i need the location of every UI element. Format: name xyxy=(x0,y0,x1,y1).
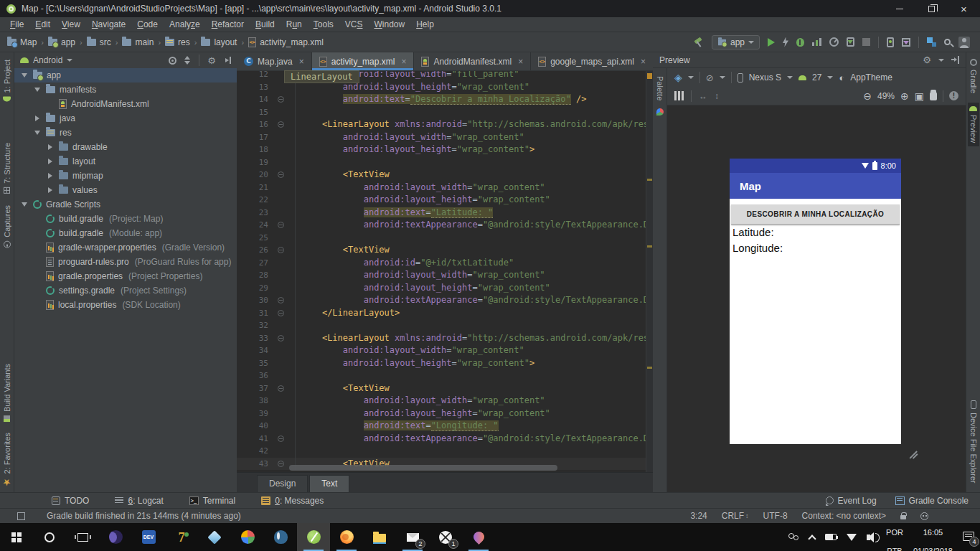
editor-tab-google-maps-api-xml[interactable]: google_maps_api.xml× xyxy=(531,52,654,70)
fold-end-marker[interactable] xyxy=(278,222,284,228)
layers-icon[interactable]: ◈ xyxy=(674,72,682,83)
project-view-selector[interactable]: Android xyxy=(33,55,62,65)
palette-tab[interactable]: Palette xyxy=(653,68,667,492)
fold-end-marker[interactable] xyxy=(278,310,284,316)
no-orientation-icon[interactable]: ⊘ xyxy=(706,73,714,83)
tool-stripe-device-file-explorer[interactable]: Device File Explorer xyxy=(968,397,979,486)
code-line[interactable]: 17 android:layout_width="wrap_content" xyxy=(237,131,646,144)
tool-window-button-6-logcat[interactable]: 6: Logcat xyxy=(115,496,163,506)
tree-item-build-gradle[interactable]: build.gradle(Project: Map) xyxy=(14,212,237,226)
tab-text[interactable]: Text xyxy=(309,475,349,492)
menu-file[interactable]: File xyxy=(4,18,29,31)
tree-item-app[interactable]: app xyxy=(14,68,237,83)
taskbar-file-explorer-button[interactable] xyxy=(363,523,396,551)
sdk-manager-icon[interactable] xyxy=(902,38,910,47)
code-line[interactable]: 16 <LinearLayout xmlns:android="http://s… xyxy=(237,118,646,131)
close-button[interactable]: × xyxy=(948,0,980,17)
tree-item-build-gradle[interactable]: build.gradle(Module: app) xyxy=(14,226,237,240)
code-line[interactable]: 24 android:textAppearance="@android:styl… xyxy=(237,219,646,232)
tool-window-button-terminal[interactable]: Terminal xyxy=(189,496,235,506)
chevron-collapsed-icon[interactable] xyxy=(48,187,52,193)
tree-item-proguard-rules-pro[interactable]: proguard-rules.pro(ProGuard Rules for ap… xyxy=(14,255,237,269)
battery-icon[interactable] xyxy=(825,534,837,540)
editor-tab-activity-map-xml[interactable]: activity_map.xml× xyxy=(312,52,415,70)
scroll-from-source-icon[interactable] xyxy=(169,57,176,65)
close-icon[interactable]: × xyxy=(401,57,406,67)
apply-changes-icon[interactable] xyxy=(783,37,788,47)
menu-code[interactable]: Code xyxy=(131,18,164,31)
code-line[interactable]: 21 android:layout_width="wrap_content" xyxy=(237,182,646,194)
code-line[interactable]: 27 android:id="@+id/txtLatitude" xyxy=(237,257,646,270)
taskbar-postgresql-button[interactable] xyxy=(264,523,297,551)
columns-icon[interactable] xyxy=(674,91,684,100)
tree-item-gradle-wrapper-properties[interactable]: gradle-wrapper.properties(Gradle Version… xyxy=(14,240,237,255)
tool-stripe-build-variants[interactable]: Build Variants xyxy=(3,364,11,422)
taskbar-xbox-button[interactable]: 1 xyxy=(429,523,462,551)
menu-analyze[interactable]: Analyze xyxy=(164,18,206,31)
tab-design[interactable]: Design xyxy=(257,475,308,492)
chevron-collapsed-icon[interactable] xyxy=(48,159,52,164)
tree-item-drawable[interactable]: drawable xyxy=(14,140,237,154)
tree-item-values[interactable]: values xyxy=(14,183,237,197)
tree-item-androidmanifest-xml[interactable]: AndroidManifest.xml xyxy=(14,97,237,111)
warning-marker[interactable] xyxy=(647,367,652,369)
code-line[interactable]: 29 android:layout_height="wrap_content" xyxy=(237,282,646,295)
breadcrumb-item[interactable]: main xyxy=(121,37,155,47)
vertical-resize-icon[interactable]: ↕ xyxy=(715,91,719,101)
tool-window-button-0-messages[interactable]: 0: Messages xyxy=(261,496,324,506)
taskbar-mail-button[interactable]: 2 xyxy=(396,523,429,551)
taskbar-start-button[interactable] xyxy=(0,523,33,551)
code-line[interactable]: 32 xyxy=(237,319,646,332)
context-indicator[interactable]: Context: <no context> xyxy=(802,511,886,521)
tool-stripe-captures[interactable]: Captures xyxy=(3,205,11,248)
run-configuration-select[interactable]: app xyxy=(712,35,760,50)
coverage-icon[interactable] xyxy=(829,37,839,47)
code-line[interactable]: 38 android:layout_width="wrap_content" xyxy=(237,395,646,408)
tool-window-button-gradle-console[interactable]: Gradle Console xyxy=(895,496,969,506)
fold-end-marker[interactable] xyxy=(278,435,284,442)
breadcrumb-item[interactable]: src xyxy=(85,37,113,47)
taskbar-eclipse-button[interactable] xyxy=(99,523,132,551)
hide-panel-icon[interactable] xyxy=(951,56,959,64)
close-icon[interactable]: × xyxy=(299,57,304,67)
stop-icon[interactable] xyxy=(862,38,870,46)
taskbar-pgadmin-button[interactable] xyxy=(231,523,264,551)
device-selector[interactable]: Nexus S xyxy=(749,72,781,83)
collapse-all-icon[interactable] xyxy=(184,56,191,65)
code-area[interactable]: 12 android:layout_width="fill_parent"13 … xyxy=(237,71,646,472)
code-line[interactable]: 19 xyxy=(237,156,646,169)
tree-item-gradle-properties[interactable]: gradle.properties(Project Properties) xyxy=(14,269,237,283)
api-selector[interactable]: 27 xyxy=(812,72,821,83)
device-locate-button[interactable]: DESCOBRIR A MINHA LOCALIZAÇÃO xyxy=(731,204,900,225)
tree-item-gradle-scripts[interactable]: Gradle Scripts xyxy=(14,197,237,212)
tool-window-button-event-log[interactable]: Event Log xyxy=(826,496,877,506)
zoom-in-icon[interactable]: ⊕ xyxy=(900,91,909,101)
notifications-button[interactable]: 4 xyxy=(963,532,974,543)
zoom-out-icon[interactable]: ⊖ xyxy=(863,91,872,101)
breadcrumb-item[interactable]: Map xyxy=(6,37,38,47)
warning-marker[interactable] xyxy=(647,179,652,181)
editor-tab-map-java[interactable]: Map.java× xyxy=(237,52,312,70)
taskbar-paint-pin-button[interactable] xyxy=(462,523,495,551)
fold-end-marker[interactable] xyxy=(278,96,284,103)
tree-item-res[interactable]: res xyxy=(14,126,237,140)
clock[interactable]: 16:05 01/03/2018 xyxy=(913,519,953,551)
tool-window-toggle-icon[interactable] xyxy=(17,512,25,520)
editor-tab-androidmanifest-xml[interactable]: AndroidManifest.xml× xyxy=(414,52,531,70)
code-line[interactable]: 33 <LinearLayout xmlns:android="http://s… xyxy=(237,332,646,345)
code-line[interactable]: 34 android:layout_width="wrap_content" xyxy=(237,344,646,357)
chevron-expanded-icon[interactable] xyxy=(22,73,27,77)
maximize-button[interactable] xyxy=(915,0,948,17)
warning-summary-marker[interactable] xyxy=(647,73,652,79)
gear-icon[interactable]: ⚙ xyxy=(923,55,931,65)
fold-open-marker[interactable] xyxy=(278,461,284,467)
code-line[interactable]: 26 <TextView xyxy=(237,244,646,257)
fold-open-marker[interactable] xyxy=(278,335,284,342)
horizontal-scrollbar[interactable] xyxy=(289,465,557,471)
code-line[interactable]: 25 xyxy=(237,232,646,245)
pan-icon[interactable] xyxy=(930,92,937,100)
tree-item-layout[interactable]: layout xyxy=(14,154,237,169)
people-icon[interactable] xyxy=(787,533,799,542)
tool-stripe-7-structure[interactable]: 7: Structure xyxy=(3,143,11,194)
tree-item-local-properties[interactable]: local.properties(SDK Location) xyxy=(14,298,237,312)
